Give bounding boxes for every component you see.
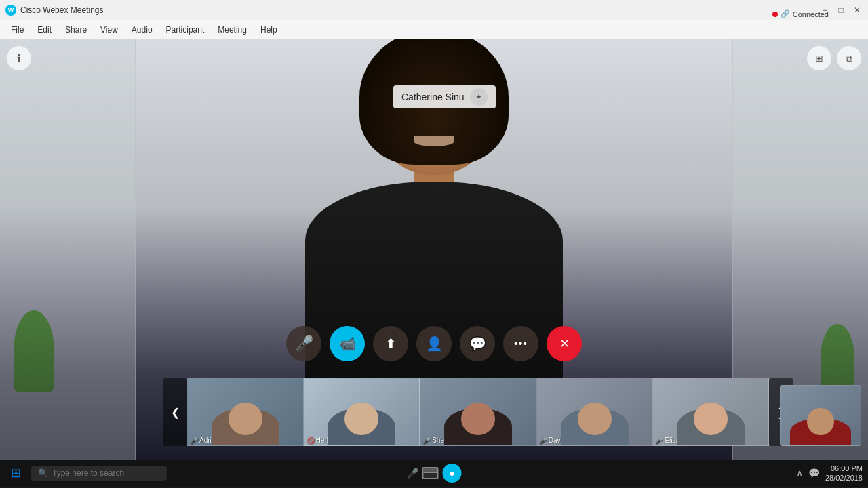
mic-icon-4: 🎤 [656, 437, 663, 444]
notification-icon[interactable]: 💬 [808, 468, 820, 479]
speaker-name-badge: Catherine Sinu ✦ [393, 85, 496, 108]
menu-file[interactable]: File [5, 23, 29, 37]
mic-icon-0: 🎤 [191, 437, 198, 444]
video-button[interactable]: 📹 [330, 326, 365, 361]
app-logo: W [5, 5, 16, 16]
participants-row: 🎤 Adrian Delamico 🚫 Herbert Hill [187, 378, 769, 446]
menu-edit[interactable]: Edit [32, 23, 57, 37]
prev-participant-button[interactable]: ❮ [163, 378, 187, 446]
taskbar-mic-icon[interactable]: 🎤 [407, 468, 418, 479]
head-4 [694, 403, 728, 435]
info-button[interactable]: ℹ [7, 46, 31, 70]
participants-button[interactable]: 👤 [416, 326, 452, 361]
maximize-button[interactable]: □ [835, 5, 846, 16]
mic-icon: 🎤 [295, 335, 313, 352]
mic-muted-icon-1: 🚫 [307, 437, 315, 444]
grid-view-button[interactable]: ⊞ [807, 46, 831, 70]
menu-participant[interactable]: Participant [161, 23, 210, 37]
taskbar: ⊞ 🔍 🎤 ● ∧ 💬 06:00 PM 28/02/2018 [0, 460, 868, 487]
tile-video-0 [188, 379, 303, 445]
left-wall [0, 39, 136, 460]
window-top [424, 468, 437, 473]
windows-logo: ⊞ [11, 466, 21, 481]
top-right-controls: ⊞ ⧉ [807, 46, 861, 70]
taskbar-center-icons: 🎤 ● [407, 464, 462, 483]
participant-strip: ❮ 🎤 Adrian Delamico 🚫 [163, 378, 793, 446]
menu-help[interactable]: Help [255, 23, 283, 37]
taskbar-webex-icon[interactable]: ● [443, 464, 462, 483]
window-controls: 🔗 Connected − □ ✕ [819, 5, 863, 16]
taskbar-search-box[interactable]: 🔍 [31, 466, 167, 481]
head-1 [344, 403, 378, 435]
chat-button[interactable]: 💬 [460, 326, 495, 361]
grid-icon: ⊞ [815, 53, 823, 64]
connection-status: 🔗 Connected [772, 5, 829, 24]
search-input[interactable] [52, 468, 154, 478]
taskbar-chevron-icon[interactable]: ∧ [796, 468, 803, 479]
end-call-button[interactable]: ✕ [547, 326, 582, 361]
tile-video-3 [537, 379, 652, 445]
video-icon: 📹 [339, 336, 356, 352]
lock-icon: 🔗 [781, 9, 790, 18]
taskbar-window-icon[interactable] [422, 467, 439, 479]
self-head [807, 408, 834, 435]
self-view-tile [780, 385, 861, 446]
menu-meeting[interactable]: Meeting [212, 23, 252, 37]
mic-icon-3: 🎤 [540, 437, 547, 444]
main-video-area: ℹ Catherine Sinu ✦ ⊞ ⧉ 🎤 📹 ⬆ 👤 💬 [0, 39, 868, 460]
status-dot [772, 12, 778, 17]
start-button[interactable]: ⊞ [5, 463, 26, 483]
pin-button[interactable]: ✦ [470, 88, 488, 106]
list-item[interactable]: 🎤 Elizabeth Wu [652, 378, 769, 446]
tile-video-1 [304, 379, 420, 445]
mute-button[interactable]: 🎤 [286, 326, 321, 361]
time-display: 06:00 PM [825, 464, 863, 473]
right-plant [821, 324, 854, 392]
menu-bar: File Edit Share View Audio Participant M… [0, 20, 868, 39]
title-bar: W Cisco Webex Meetings 🔗 Connected − □ ✕ [0, 0, 868, 20]
share-button[interactable]: ⬆ [373, 326, 408, 361]
system-clock: 06:00 PM 28/02/2018 [825, 464, 863, 483]
more-button[interactable]: ••• [503, 326, 538, 361]
head-0 [229, 403, 262, 435]
search-icon: 🔍 [38, 468, 48, 478]
taskbar-right-icons: ∧ 💬 06:00 PM 28/02/2018 [796, 464, 863, 483]
pin-icon: ✦ [475, 92, 482, 102]
end-icon: ✕ [559, 336, 570, 351]
info-icon: ℹ [17, 52, 21, 65]
menu-view[interactable]: View [95, 23, 123, 37]
head-2 [461, 403, 495, 435]
chat-icon: 💬 [469, 336, 486, 352]
list-item[interactable]: 🎤 Sherry McKenna [420, 378, 536, 446]
list-item[interactable]: 🎤 David Liam [536, 378, 653, 446]
mic-icon-2: 🎤 [423, 437, 431, 444]
left-plant [14, 310, 54, 392]
pip-button[interactable]: ⧉ [837, 46, 861, 70]
tile-video-2 [420, 379, 536, 445]
tile-video-4 [653, 379, 768, 445]
window-bottom [424, 473, 437, 478]
close-button[interactable]: ✕ [852, 5, 863, 16]
menu-audio[interactable]: Audio [126, 23, 158, 37]
list-item[interactable]: 🚫 Herbert Hill [304, 378, 420, 446]
smile [414, 136, 454, 146]
menu-share[interactable]: Share [60, 23, 92, 37]
title-bar-left: W Cisco Webex Meetings [5, 5, 104, 16]
head-3 [578, 403, 612, 435]
share-icon: ⬆ [385, 336, 397, 352]
date-display: 28/02/2018 [825, 473, 863, 483]
participants-icon: 👤 [426, 336, 443, 352]
app-title: Cisco Webex Meetings [20, 5, 104, 15]
connected-label: Connected [793, 10, 829, 18]
pip-icon: ⧉ [846, 53, 852, 64]
speaker-name: Catherine Sinu [401, 92, 465, 102]
control-bar: 🎤 📹 ⬆ 👤 💬 ••• ✕ [286, 326, 582, 361]
more-icon: ••• [514, 338, 528, 350]
list-item[interactable]: 🎤 Adrian Delamico [187, 378, 304, 446]
